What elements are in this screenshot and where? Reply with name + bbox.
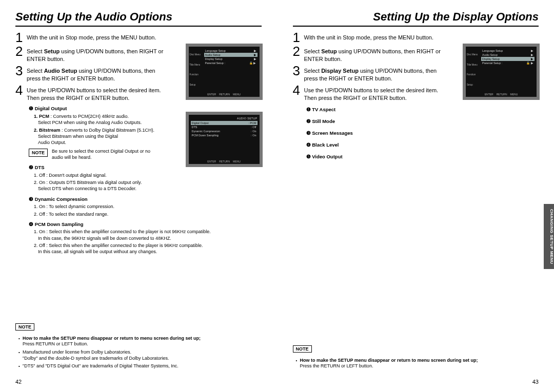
- step-r1: With the unit in Stop mode, press the ME…: [304, 33, 434, 42]
- page-left: Setting Up the Audio Options 1With the u…: [0, 0, 277, 392]
- bottom-note-left: NOTE How to make the SETUP menu disappea…: [15, 323, 262, 372]
- bottom-note-right: NOTE How to make the SETUP menu disappea…: [293, 345, 539, 372]
- display-options-list: ❶ TV Aspect ❷ Still Mode ❸ Screen Messag…: [306, 107, 539, 159]
- osd-audio-setup: AUDIO SETUP Digital Output: PCM DTS: Off…: [186, 112, 263, 167]
- note-label: NOTE: [29, 149, 48, 157]
- page-number-left: 42: [15, 379, 22, 385]
- osd-menu-setup: Disc Menu Title Menu Function Setup Lang…: [186, 44, 263, 100]
- step-4: Use the UP/DOWN buttons to select the de…: [27, 86, 170, 102]
- osd-menu-display: Disc Menu Title Menu Function Setup Lang…: [463, 44, 540, 100]
- step-r3: Select Display Setup using UP/DOWN butto…: [304, 66, 448, 82]
- title-right: Setting Up the Display Options: [293, 10, 539, 27]
- section-tab: CHANGING SETUP MENU: [544, 204, 554, 270]
- page-right: Setting Up the Display Options 1With the…: [278, 0, 555, 392]
- page-number-right: 43: [532, 379, 539, 385]
- step-r2: Select Setup using UP/DOWN buttons, then…: [304, 47, 448, 63]
- title-left: Setting Up the Audio Options: [15, 10, 262, 27]
- step-1: With the unit in Stop mode, press the ME…: [27, 33, 156, 42]
- step-3: Select Audio Setup using UP/DOWN buttons…: [27, 66, 170, 82]
- step-r4: Use the UP/DOWN buttons to select the de…: [304, 86, 448, 102]
- step-2: Select Setup using UP/DOWN buttons, then…: [27, 47, 170, 63]
